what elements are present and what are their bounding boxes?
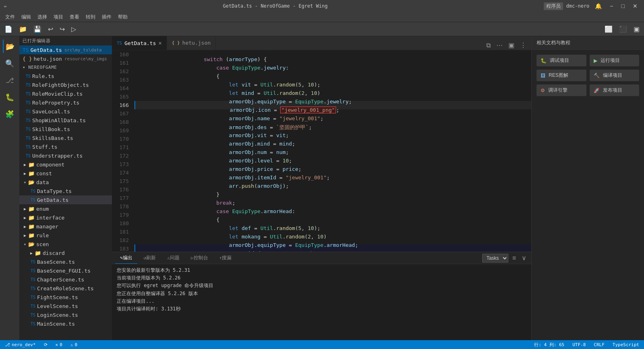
status-line-ending[interactable]: CRLF [592, 342, 606, 347]
bottom-expand-btn[interactable]: ∨ [520, 253, 528, 263]
debug-engine-btn[interactable]: ⚙ 调详引擎 [537, 84, 586, 96]
tree-folder-enum[interactable]: ▶ 📁 enum [19, 204, 112, 213]
tree-levelscene[interactable]: TS LevelScene.ts [19, 302, 112, 310]
tree-skillbook[interactable]: TS SkillBook.ts [19, 125, 112, 133]
tree-skillsbase[interactable]: TS SkillsBase.ts [19, 133, 112, 142]
menu-file[interactable]: 文件 [2, 13, 18, 21]
res-label: RES图解 [549, 72, 568, 79]
status-warnings[interactable]: ⚠ 0 [69, 342, 79, 347]
tree-folder-component[interactable]: ▶ 📁 component [19, 160, 112, 169]
chevron-right-icon-rule: ▶ [23, 233, 27, 238]
close-btn[interactable]: ✕ [630, 2, 640, 10]
toolbar-save-all[interactable]: 💾 [31, 24, 44, 35]
res-btn[interactable]: 🖼 RES图解 [537, 70, 586, 81]
open-file-hetu[interactable]: { } hetu.json resource\my_imgs [19, 54, 112, 63]
tab-hetu[interactable]: { } hetu.json [167, 36, 216, 50]
tree-folder-rule[interactable]: ▶ 📁 rule [19, 231, 112, 240]
run-project-btn[interactable]: ▶ 运行项目 [590, 55, 640, 66]
toolbar-layout-left[interactable]: ⬜ [602, 24, 615, 35]
compile-project-btn[interactable]: 🔨 编译项目 [590, 70, 640, 81]
tab-panel-btn[interactable]: ▣ [507, 41, 516, 50]
notification-btn[interactable]: 🔔 [592, 2, 604, 10]
activity-extensions[interactable]: 🧩 [3, 107, 17, 121]
tab-getdata[interactable]: TS GetData.ts × [112, 36, 167, 50]
res-icon: 🖼 [541, 73, 545, 78]
bottom-tab-refresh[interactable]: ↺ 刷新 [139, 253, 161, 264]
tree-folder-scen[interactable]: ▾ 📂 scen [19, 240, 112, 248]
title-bar-left: ✏ [4, 3, 7, 9]
code-editor[interactable]: 160 161 162 163 164 165 166 167 168 169 … [112, 50, 531, 252]
tree-folder-data[interactable]: ▾ 📂 data [19, 178, 112, 187]
status-encoding[interactable]: UTF-8 [571, 342, 587, 347]
tree-basescenefgui[interactable]: TS BaseScene_FGUI.ts [19, 266, 112, 275]
tree-roleproperty[interactable]: TS RolePropetry.ts [19, 98, 112, 107]
activity-debug[interactable]: 🐛 [3, 90, 17, 104]
menu-goto[interactable]: 转到 [83, 13, 99, 21]
bottom-tab-problems[interactable]: ⚠ 问题 [162, 253, 184, 264]
activity-search[interactable]: 🔍 [3, 56, 17, 70]
tasks-dropdown[interactable]: Tasks [482, 254, 508, 263]
tree-basescene[interactable]: TS BaseScene.ts [19, 257, 112, 266]
open-file-getdata[interactable]: TS GetData.ts src\my_ts\data [19, 45, 112, 54]
bottom-tab-search[interactable]: ↑ 搜漏 [215, 253, 237, 264]
maximize-btn[interactable]: □ [619, 2, 627, 10]
activity-git[interactable]: ⎇ [3, 73, 17, 87]
tree-rolemovie[interactable]: TS RoleMovieClip.ts [19, 89, 112, 98]
tree-savelocal[interactable]: TS SaveLocal.ts [19, 107, 112, 116]
status-language[interactable]: TypeScript [611, 342, 641, 347]
title-bar-right: 程序员 dmc-nero 🔔 − □ ✕ [544, 2, 640, 10]
toolbar-open[interactable]: 📁 [17, 24, 29, 35]
menu-select[interactable]: 选择 [34, 13, 50, 21]
chevron-right-icon-enum: ▶ [23, 207, 27, 211]
tree-fightscene[interactable]: TS FightScene.ts [19, 293, 112, 302]
tree-rolefight[interactable]: TS RoleFightObject.ts [19, 80, 112, 89]
tree-mainscene[interactable]: TS MainScene.ts [19, 319, 112, 328]
toolbar-run[interactable]: ▷ [69, 24, 78, 35]
tree-getdata[interactable]: TS GetData.ts [19, 195, 112, 204]
minimize-btn[interactable]: − [607, 2, 615, 10]
menu-edit[interactable]: 编辑 [18, 13, 34, 21]
tree-loginscene[interactable]: TS LoginScene.ts [19, 310, 112, 319]
tree-shopwin[interactable]: TS ShopWinAllData.ts [19, 116, 112, 125]
status-errors[interactable]: ✕ 0 [54, 342, 64, 347]
tree-under[interactable]: TS Understrapper.ts [19, 151, 112, 160]
menu-help[interactable]: 帮助 [115, 13, 131, 21]
tab-close-getdata[interactable]: × [159, 40, 162, 46]
toolbar-undo[interactable]: ↩ [45, 24, 56, 35]
tree-chapterscene[interactable]: TS ChapterScene.ts [19, 275, 112, 284]
tab-more-btn[interactable]: ⋯ [495, 41, 504, 50]
toolbar-layout-center[interactable]: ⬛ [617, 24, 630, 35]
bottom-tab-output[interactable]: ✎ 编出 [115, 253, 137, 264]
tab-split-btn[interactable]: ⧉ [485, 41, 492, 50]
tree-stuff[interactable]: TS Stuff.ts [19, 142, 112, 151]
tree-folder-const[interactable]: ▶ 📁 const [19, 169, 112, 178]
status-git-branch[interactable]: ⎇ nero_dev* [3, 342, 37, 347]
status-position[interactable]: 行: 4 列: 65 [533, 342, 566, 348]
activity-explorer[interactable]: 📂 [3, 39, 17, 53]
bottom-tab-console[interactable]: ▷ 控制台 [186, 253, 213, 264]
folder-icon-interface: 📁 [28, 215, 35, 221]
app-icon: ✏ [4, 3, 7, 9]
tree-createrolescene[interactable]: TS CreateRoleScene.ts [19, 284, 112, 293]
tree-rule[interactable]: TS Rule.ts [19, 72, 112, 80]
tree-folder-discard[interactable]: ▶ 📁 discard [19, 248, 112, 257]
toolbar-redo[interactable]: ↪ [57, 24, 67, 35]
chevron-right-icon: ▶ [23, 162, 27, 167]
menu-view[interactable]: 查看 [66, 13, 83, 21]
publish-btn[interactable]: 🚀 发布项目 [590, 84, 640, 96]
line-numbers: 160 161 162 163 164 165 166 167 168 169 … [112, 50, 132, 252]
toolbar: 📄 📁 💾 ↩ ↪ ▷ ⬜ ⬛ ▣ [0, 22, 644, 36]
menu-project[interactable]: 项目 [50, 13, 66, 21]
status-sync[interactable]: ⟳ [42, 342, 49, 347]
menu-plugin[interactable]: 插件 [99, 13, 115, 21]
tree-folder-manager[interactable]: ▶ 📁 manager [19, 222, 112, 231]
bottom-layout-btn[interactable]: ≡ [511, 254, 518, 263]
toolbar-new-file[interactable]: 📄 [2, 24, 15, 35]
tab-overflow-btn[interactable]: ⋮ [518, 41, 528, 50]
tree-datatype[interactable]: TS DataType.ts [19, 187, 112, 195]
encoding-label: UTF-8 [572, 342, 586, 347]
tree-folder-interface[interactable]: ▶ 📁 interface [19, 213, 112, 222]
toolbar-layout-right[interactable]: ▣ [631, 24, 642, 35]
code-scroll[interactable]: switch (armorType) { case EquipType.jewe… [132, 50, 531, 252]
debug-project-btn[interactable]: 🐛 调试项目 [537, 55, 586, 66]
